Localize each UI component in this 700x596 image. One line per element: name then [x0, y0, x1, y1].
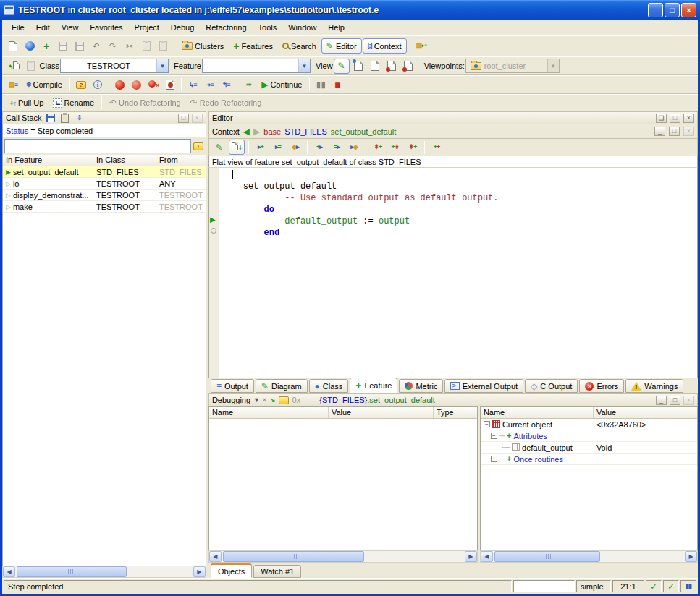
- editor-close-button[interactable]: ×: [683, 114, 694, 123]
- descendant-versions-button[interactable]: +↡: [387, 140, 403, 156]
- scroll-right-icon[interactable]: ▶: [685, 551, 697, 562]
- context-minimize-button[interactable]: _: [654, 127, 665, 136]
- object-row-attributes[interactable]: −─+Attributes: [481, 430, 697, 442]
- creation-targets-button[interactable]: ▸◆: [346, 140, 362, 156]
- locals-column-value[interactable]: Value: [329, 407, 434, 418]
- exception-dialog-button[interactable]: !: [193, 141, 204, 151]
- tab-diagram[interactable]: ✎Diagram: [256, 379, 308, 393]
- open-object-tool-icon[interactable]: ↘: [270, 397, 275, 404]
- code-editor[interactable]: ▶ set_output_default -- Use standard out…: [208, 168, 698, 378]
- menu-view[interactable]: View: [56, 22, 84, 33]
- editor-float-button[interactable]: ❏: [656, 114, 667, 123]
- objects-column-value[interactable]: Value: [594, 407, 698, 418]
- tab-objects[interactable]: Objects: [211, 563, 252, 578]
- tab-feature[interactable]: +Feature: [350, 378, 397, 393]
- locals-hscrollbar[interactable]: ◀ ▶: [208, 550, 478, 563]
- callstack-maximize-button[interactable]: □: [178, 114, 189, 123]
- scroll-thumb[interactable]: [223, 551, 364, 562]
- rename-button[interactable]: I... Rename: [49, 95, 98, 111]
- callstack-row[interactable]: ▷make TESTROOT TESTROOT: [3, 201, 206, 213]
- feature-combobox-arrow-icon[interactable]: ▼: [298, 59, 310, 72]
- project-settings-button[interactable]: ▤≡: [5, 77, 21, 93]
- close-button[interactable]: ×: [681, 3, 696, 17]
- menu-help[interactable]: Help: [323, 22, 350, 33]
- menu-refactoring[interactable]: Refactoring: [201, 22, 251, 33]
- scroll-left-icon[interactable]: ◀: [481, 551, 493, 562]
- step-out-button[interactable]: ↰≡: [218, 77, 234, 93]
- tab-c-output[interactable]: ◇C Output: [525, 379, 578, 393]
- object-row-once-routines[interactable]: +─+Once routines: [481, 454, 697, 465]
- exception-bubble-button[interactable]: [278, 395, 290, 405]
- collapse-icon[interactable]: −: [484, 421, 490, 427]
- callers-button[interactable]: ▸+: [253, 140, 269, 156]
- column-in-class[interactable]: In Class: [93, 155, 156, 166]
- objects-column-name[interactable]: Name: [481, 407, 594, 418]
- contract-view-button[interactable]: [384, 58, 400, 74]
- context-toggle-button[interactable]: [:] Context: [363, 38, 407, 54]
- minimize-button[interactable]: _: [648, 3, 663, 17]
- search-button[interactable]: Search: [278, 38, 321, 54]
- open-in-new-tool-button[interactable]: ↰: [5, 58, 22, 74]
- breadcrumb-class[interactable]: STD_FILES: [284, 127, 327, 136]
- breakpoints-tool-button[interactable]: [162, 77, 178, 93]
- tab-warnings[interactable]: Warnings: [625, 379, 683, 393]
- clickable-view-button[interactable]: [350, 58, 366, 74]
- callstack-row[interactable]: ▶set_output_default STD_FILES STD_FILES: [3, 166, 206, 178]
- locals-column-name[interactable]: Name: [209, 407, 329, 418]
- menu-edit[interactable]: Edit: [31, 22, 55, 33]
- menu-tools[interactable]: Tools: [253, 22, 282, 33]
- tab-watch-1[interactable]: Watch #1: [253, 565, 301, 578]
- stop-button[interactable]: ■: [329, 77, 345, 93]
- locals-column-type[interactable]: Type: [434, 407, 477, 418]
- editor-maximize-button[interactable]: □: [670, 114, 680, 123]
- menu-file[interactable]: File: [7, 22, 30, 33]
- flat-view-button[interactable]: [367, 58, 383, 74]
- scroll-left-icon[interactable]: ◀: [3, 566, 15, 577]
- app-icon[interactable]: [4, 5, 14, 15]
- class-combobox[interactable]: TESTROOT ▼: [60, 59, 169, 73]
- callstack-filter-input[interactable]: [4, 139, 191, 153]
- features-button[interactable]: + Features: [229, 38, 277, 54]
- editor-caption[interactable]: Editor ❏ □ ×: [208, 111, 698, 124]
- history-back-icon[interactable]: ◀: [243, 127, 250, 136]
- scroll-left-icon[interactable]: ◀: [209, 551, 222, 562]
- basic-view-button[interactable]: ✎: [211, 140, 227, 156]
- new-window-button[interactable]: [5, 38, 21, 54]
- creators-button[interactable]: ◆▸: [287, 140, 303, 156]
- open-file-button[interactable]: [22, 38, 38, 54]
- copy-callstack-button[interactable]: [59, 113, 71, 123]
- run-button[interactable]: [112, 77, 128, 93]
- scroll-thumb[interactable]: [17, 566, 127, 577]
- interface-view-button[interactable]: [400, 58, 416, 74]
- context-maximize-button[interactable]: □: [669, 127, 680, 136]
- breadcrumb-feature[interactable]: set_output_default: [331, 127, 397, 136]
- scroll-right-icon[interactable]: ▶: [193, 566, 206, 577]
- object-row-default-output[interactable]: └─default_output Void NONE: [481, 442, 697, 454]
- tab-external-output[interactable]: >_External Output: [444, 379, 523, 393]
- tab-errors[interactable]: ×Errors: [579, 379, 624, 393]
- save-callstack-button[interactable]: [45, 113, 56, 123]
- code-text[interactable]: set_output_default -- Use standard outpu…: [219, 168, 697, 378]
- scroll-right-icon[interactable]: ▶: [465, 551, 477, 562]
- debugging-menu-icon[interactable]: ▼: [253, 397, 259, 404]
- status-link[interactable]: Status: [6, 127, 28, 135]
- titlebar[interactable]: TESTROOT in cluster root_cluster located…: [0, 0, 700, 20]
- error-dialog-button[interactable]: ?: [73, 77, 89, 93]
- scroll-thumb[interactable]: [494, 551, 600, 562]
- add-item-button[interactable]: +: [38, 38, 54, 54]
- run-to-cursor-button[interactable]: ⇒: [240, 77, 256, 93]
- ancestor-versions-button[interactable]: ↟+: [370, 140, 386, 156]
- assigners-button[interactable]: ▸=: [270, 140, 286, 156]
- run-ignore-breakpoints-button[interactable]: [129, 77, 145, 93]
- disable-breakpoints-button[interactable]: ×: [146, 77, 161, 93]
- menu-debug[interactable]: Debug: [166, 22, 199, 33]
- class-combobox-arrow-icon[interactable]: ▼: [156, 59, 168, 72]
- editor-gutter[interactable]: ▶: [209, 168, 219, 378]
- compile-button[interactable]: ❄ Compile: [22, 77, 67, 93]
- hex-toggle[interactable]: 0x: [292, 396, 301, 404]
- callstack-hscrollbar[interactable]: ◀ ▶: [2, 566, 206, 578]
- implementers-button[interactable]: ↟+: [405, 140, 421, 156]
- menu-project[interactable]: Project: [130, 22, 164, 33]
- debugging-minimize-button[interactable]: _: [656, 396, 667, 405]
- object-row-current[interactable]: −Current object <0x32A8760> STD_FILES: [481, 419, 697, 430]
